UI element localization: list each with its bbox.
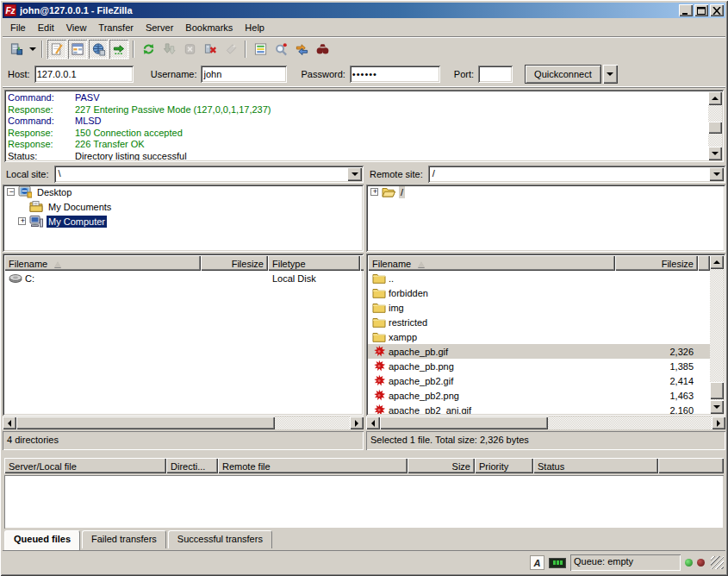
remote-file-row-apache-pb2-gif[interactable]: apache_pb2.gif2,414 <box>368 373 710 388</box>
local-hscrollbar[interactable] <box>3 416 364 429</box>
refresh-button[interactable] <box>138 39 159 59</box>
expand-icon[interactable] <box>18 217 26 225</box>
remote-file-row-[interactable]: .. <box>368 271 710 285</box>
queue-column-status[interactable]: Status <box>533 458 658 473</box>
tab-queued-files[interactable]: Queued files <box>4 530 80 550</box>
image-file-icon <box>372 374 386 387</box>
remote-vscrollbar[interactable] <box>710 255 724 414</box>
remote-tree-item-[interactable]: / <box>366 185 725 199</box>
queue-body[interactable] <box>4 475 724 529</box>
local-column-filename[interactable]: Filename <box>4 255 201 271</box>
menu-bookmarks[interactable]: Bookmarks <box>179 21 239 34</box>
log-line-label: Command: <box>8 116 75 128</box>
local-tree-item-my-documents[interactable]: My Documents <box>3 199 364 214</box>
toggle-queue-button[interactable] <box>109 39 129 59</box>
disconnect-button[interactable] <box>200 39 221 59</box>
menu-transfer[interactable]: Transfer <box>92 21 140 34</box>
host-input[interactable] <box>34 66 134 83</box>
remote-file-row-xampp[interactable]: xampp <box>368 329 710 344</box>
scroll-up-icon[interactable] <box>710 255 724 269</box>
local-column-filetype[interactable]: Filetype <box>268 255 360 271</box>
remote-column-filler <box>698 255 710 271</box>
remote-file-row-apache-pb2-ani-gif[interactable]: apache_pb2_ani.gif2,160 <box>368 403 710 414</box>
log-line-label: Response: <box>8 128 75 140</box>
process-queue-button[interactable] <box>159 39 179 59</box>
minimize-button[interactable] <box>679 4 693 16</box>
local-file-list: FilenameFilesizeFiletypeL C:Local Disk <box>3 254 364 416</box>
queue-column-server-local-file[interactable]: Server/Local file <box>4 458 166 473</box>
username-input[interactable] <box>201 66 287 83</box>
queue-column-filler <box>658 458 724 473</box>
port-input[interactable] <box>478 66 513 83</box>
desktop-icon <box>18 185 32 198</box>
find-button[interactable] <box>271 39 291 59</box>
remote-file-row-apache-pb-png[interactable]: apache_pb.png1,385 <box>368 359 710 373</box>
menu-file[interactable]: File <box>4 21 32 34</box>
local-tree-item-desktop[interactable]: Desktop <box>3 185 364 199</box>
scroll-down-icon[interactable] <box>708 147 722 160</box>
remote-file-row-forbidden[interactable]: forbidden <box>368 285 710 300</box>
cancel-operation-button[interactable] <box>179 39 200 59</box>
quickconnect-dropdown[interactable] <box>603 65 618 84</box>
toggle-remote-tree-button[interactable] <box>88 39 109 59</box>
remote-file-row-apache-pb-gif[interactable]: apache_pb.gif2,326 <box>368 344 710 359</box>
log-scroll-thumb[interactable] <box>708 122 722 134</box>
toggle-log-button[interactable] <box>47 39 67 59</box>
toolbar-separator <box>245 41 246 58</box>
menu-edit[interactable]: Edit <box>32 21 60 34</box>
remote-file-row-restricted[interactable]: restricted <box>368 315 710 329</box>
remote-site-dropdown[interactable] <box>709 167 724 181</box>
queue-column-size[interactable]: Size <box>408 458 475 473</box>
quickconnect-button[interactable]: Quickconnect <box>525 65 601 84</box>
remote-site-value: / <box>428 166 707 183</box>
app-icon: Fz <box>4 4 16 16</box>
menu-view[interactable]: View <box>60 21 93 34</box>
queue-column-remote-file[interactable]: Remote file <box>218 458 408 473</box>
scroll-left-icon[interactable] <box>3 416 16 429</box>
compare-button[interactable] <box>291 39 312 59</box>
remote-vscroll-thumb[interactable] <box>710 382 724 399</box>
resize-grip[interactable] <box>711 556 724 569</box>
local-hscroll-thumb[interactable] <box>16 416 275 429</box>
remote-site-combo[interactable]: / <box>428 166 725 183</box>
password-input[interactable] <box>350 66 440 83</box>
remote-hscrollbar[interactable] <box>366 416 725 429</box>
scroll-right-icon[interactable] <box>712 416 725 429</box>
remote-vscroll-track[interactable] <box>710 269 724 400</box>
window-title: john@127.0.0.1 - FileZilla <box>20 5 679 16</box>
local-column-filesize[interactable]: Filesize <box>201 255 268 271</box>
close-button[interactable] <box>710 4 724 16</box>
collapse-icon[interactable] <box>7 188 15 196</box>
expand-icon[interactable] <box>370 188 378 196</box>
maximize-button[interactable] <box>694 4 708 16</box>
remote-site-row: Remote site: / <box>366 165 725 184</box>
queue-column-directi[interactable]: Directi... <box>166 458 218 473</box>
local-file-row-c[interactable]: C:Local Disk <box>4 271 362 285</box>
remote-file-row-apache-pb2-png[interactable]: apache_pb2.png1,463 <box>368 388 710 403</box>
scroll-up-icon[interactable] <box>708 91 722 105</box>
remote-column-filesize[interactable]: Filesize <box>615 255 698 271</box>
remote-hscroll-thumb[interactable] <box>380 416 548 429</box>
local-site-combo[interactable]: \ <box>54 166 364 183</box>
scroll-left-icon[interactable] <box>366 416 380 429</box>
site-manager-button-dropdown[interactable] <box>27 39 38 59</box>
filter-button[interactable] <box>250 39 271 59</box>
queue-column-priority[interactable]: Priority <box>475 458 533 473</box>
log-scrollbar[interactable] <box>708 91 722 160</box>
local-column-l[interactable]: L <box>360 255 364 271</box>
menu-server[interactable]: Server <box>140 21 179 34</box>
local-tree-item-my-computer[interactable]: My Computer <box>3 214 364 229</box>
tab-successful-transfers[interactable]: Successful transfers <box>168 530 272 548</box>
scroll-down-icon[interactable] <box>710 400 724 414</box>
reconnect-button[interactable] <box>221 39 241 59</box>
tab-failed-transfers[interactable]: Failed transfers <box>82 530 166 548</box>
site-manager-button[interactable] <box>6 39 27 59</box>
scroll-right-icon[interactable] <box>350 416 364 429</box>
transfer-queue-pane: Server/Local fileDirecti...Remote fileSi… <box>3 456 725 529</box>
remote-column-filename[interactable]: Filename <box>368 255 615 271</box>
toggle-local-tree-button[interactable] <box>67 39 88 59</box>
local-site-dropdown[interactable] <box>347 167 362 181</box>
menu-help[interactable]: Help <box>239 21 271 34</box>
remote-file-row-img[interactable]: img <box>368 300 710 315</box>
sync-browse-button[interactable] <box>312 39 333 59</box>
